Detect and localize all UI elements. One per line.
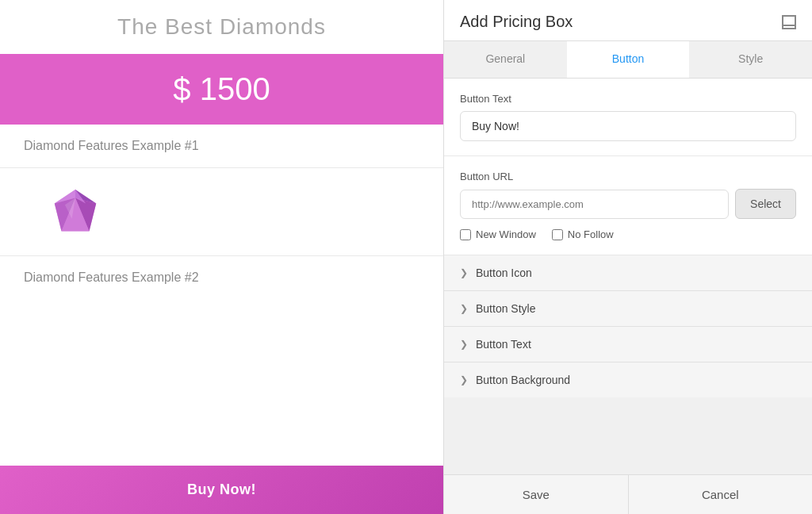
tab-button[interactable]: Button <box>567 41 690 78</box>
accordion-label-button-background: Button Background <box>476 374 570 386</box>
tabs-bar: General Button Style <box>444 41 812 79</box>
tab-style[interactable]: Style <box>689 41 812 78</box>
select-button[interactable]: Select <box>735 189 796 219</box>
button-text-section: Button Text <box>444 79 812 156</box>
diamond-image-area <box>0 168 443 256</box>
no-follow-label: No Follow <box>568 228 614 240</box>
new-window-checkbox[interactable] <box>460 229 471 240</box>
feature-item-2: Diamond Features Example #2 <box>0 256 443 299</box>
tab-general[interactable]: General <box>444 41 567 78</box>
chevron-right-icon: ❯ <box>460 374 468 386</box>
diamond-icon <box>48 184 103 240</box>
chevron-right-icon: ❯ <box>460 339 468 350</box>
panel-content: Button Text Button URL Select New Window… <box>444 79 812 474</box>
buy-now-button[interactable]: Buy Now! <box>0 466 443 514</box>
feature-item-1: Diamond Features Example #1 <box>0 125 443 168</box>
checkboxes-row: New Window No Follow <box>460 228 796 240</box>
button-text-input[interactable] <box>460 111 796 141</box>
accordion-label-button-icon: Button Icon <box>476 267 532 279</box>
accordion-label-button-text: Button Text <box>476 338 531 351</box>
no-follow-checkbox-label[interactable]: No Follow <box>552 228 614 240</box>
minimize-icon[interactable] <box>782 15 796 29</box>
accordion-item-button-text[interactable]: ❯ Button Text <box>444 327 812 362</box>
right-panel: Add Pricing Box General Button Style But… <box>444 0 812 514</box>
left-panel: The Best Diamonds $ 1500 Diamond Feature… <box>0 0 444 514</box>
accordion-item-button-style[interactable]: ❯ Button Style <box>444 291 812 327</box>
panel-footer: Save Cancel <box>444 474 812 514</box>
chevron-right-icon: ❯ <box>460 267 468 278</box>
accordion-item-button-icon[interactable]: ❯ Button Icon <box>444 255 812 291</box>
panel-title: Add Pricing Box <box>460 13 573 31</box>
save-button[interactable]: Save <box>444 475 629 514</box>
new-window-label: New Window <box>476 228 536 240</box>
buy-button-area: Buy Now! <box>0 466 443 514</box>
price-band: $ 1500 <box>0 54 443 125</box>
panel-header: Add Pricing Box <box>444 0 812 41</box>
cancel-button[interactable]: Cancel <box>629 475 813 514</box>
button-url-input[interactable] <box>460 190 729 219</box>
accordion-item-button-background[interactable]: ❯ Button Background <box>444 362 812 397</box>
button-text-label: Button Text <box>460 93 796 105</box>
no-follow-checkbox[interactable] <box>552 229 563 240</box>
url-row: Select <box>460 189 796 219</box>
button-url-section: Button URL Select New Window No Follow <box>444 156 812 255</box>
accordion-label-button-style: Button Style <box>476 302 536 315</box>
chevron-right-icon: ❯ <box>460 303 468 314</box>
pricing-title: The Best Diamonds <box>0 0 443 54</box>
new-window-checkbox-label[interactable]: New Window <box>460 228 536 240</box>
button-url-label: Button URL <box>460 171 796 182</box>
